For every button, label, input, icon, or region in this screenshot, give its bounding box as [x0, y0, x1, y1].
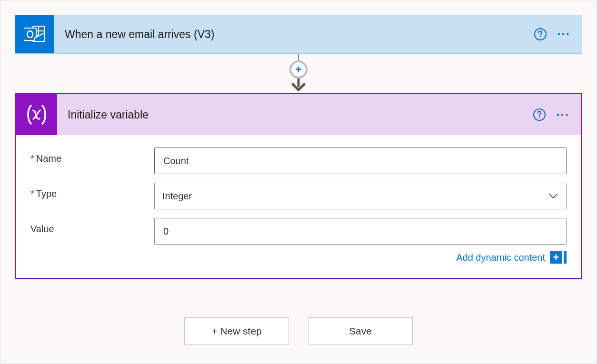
outlook-icon [15, 15, 54, 54]
variable-icon [16, 94, 57, 135]
dynamic-content-row: Add dynamic content + [30, 251, 567, 264]
svg-point-7 [540, 36, 541, 38]
value-input[interactable] [162, 218, 558, 244]
new-step-button[interactable]: + New step [184, 317, 289, 345]
type-label-text: Type [36, 188, 57, 199]
value-label: Value [30, 218, 154, 235]
action-title: Initialize variable [57, 108, 533, 121]
field-row-value: Value [30, 218, 567, 245]
svg-point-10 [539, 117, 540, 118]
trigger-card[interactable]: When a new email arrives (V3) ··· [15, 15, 582, 54]
name-label: *Name [30, 148, 154, 164]
help-icon[interactable] [533, 108, 546, 121]
add-step-button[interactable]: + [289, 60, 308, 79]
action-body: *Name *Type Integer [16, 135, 581, 278]
type-selected-value: Integer [162, 191, 192, 202]
type-select[interactable]: Integer [154, 183, 567, 209]
add-dynamic-content-link[interactable]: Add dynamic content [456, 252, 545, 263]
save-button[interactable]: Save [308, 317, 413, 345]
arrow-down-icon [289, 79, 308, 93]
field-row-name: *Name [30, 148, 567, 174]
name-label-text: Name [36, 153, 61, 164]
flow-designer-canvas: When a new email arrives (V3) ··· + [0, 0, 597, 364]
more-icon[interactable]: ··· [556, 108, 569, 121]
name-input[interactable] [162, 148, 558, 174]
dynamic-content-plus-icon[interactable]: + [550, 251, 567, 264]
type-label: *Type [30, 183, 154, 199]
connector: + [15, 54, 582, 93]
more-icon[interactable]: ··· [557, 28, 570, 40]
footer-buttons: + New step Save [15, 317, 582, 345]
action-controls: ··· [533, 108, 581, 121]
action-header[interactable]: Initialize variable ··· [16, 94, 581, 135]
chevron-down-icon [548, 191, 558, 202]
value-input-wrapper [154, 218, 567, 245]
action-card: Initialize variable ··· *Name [15, 93, 582, 279]
connector-line [298, 54, 299, 60]
field-row-type: *Type Integer [30, 183, 567, 209]
name-input-wrapper [154, 148, 567, 174]
help-icon[interactable] [534, 28, 547, 40]
trigger-controls: ··· [534, 28, 582, 40]
trigger-title: When a new email arrives (V3) [54, 28, 534, 41]
